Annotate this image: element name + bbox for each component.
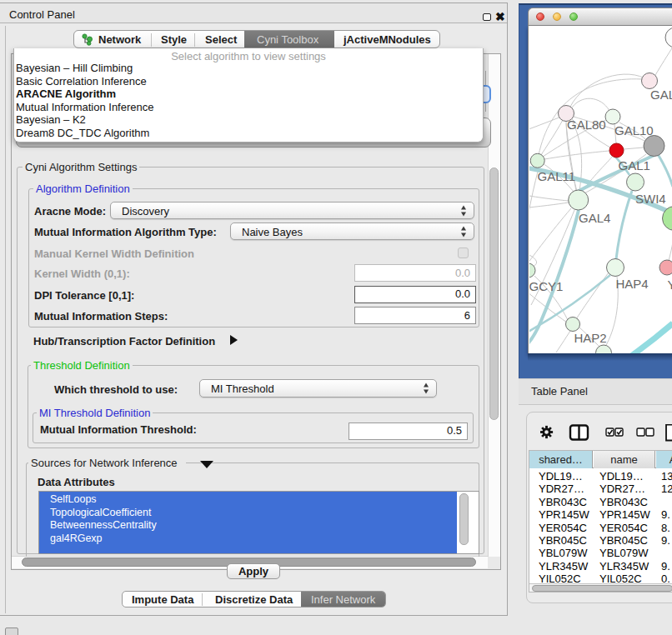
svg-text:SWI4: SWI4 — [635, 192, 666, 206]
svg-text:GAL4: GAL4 — [579, 211, 610, 225]
svg-text:GCY1: GCY1 — [529, 279, 563, 293]
svg-text:GAL10: GAL10 — [614, 123, 654, 138]
svg-text:GAL80: GAL80 — [567, 118, 606, 132]
svg-text:GAL11: GAL11 — [538, 169, 576, 183]
svg-text:HAP2: HAP2 — [574, 331, 607, 345]
svg-text:GAL7: GAL7 — [650, 88, 672, 102]
svg-text:Y: Y — [668, 278, 672, 292]
svg-text:HAP4: HAP4 — [616, 277, 649, 291]
svg-text:GAL1: GAL1 — [619, 158, 650, 172]
